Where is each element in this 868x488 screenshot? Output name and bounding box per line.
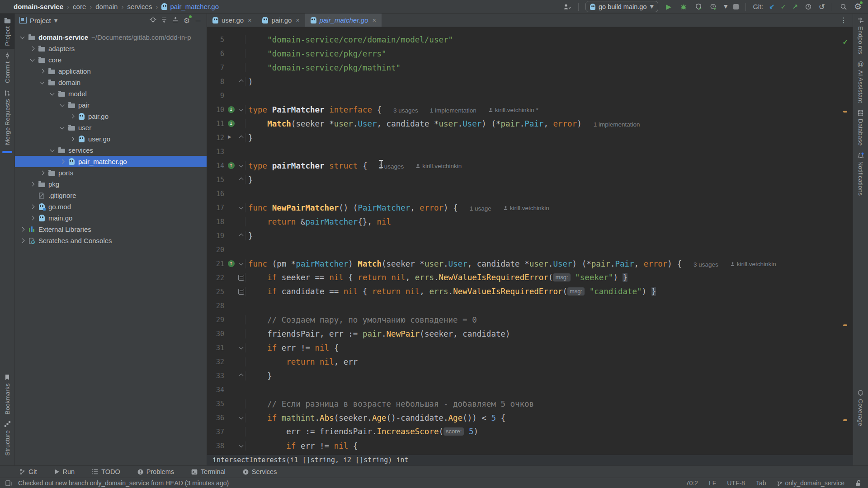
fold-folded-icon[interactable] (237, 275, 245, 281)
line-number[interactable]: 31 (207, 344, 225, 352)
usages-inlay-hint[interactable]: 2 usages (379, 163, 404, 170)
usages-inlay-hint[interactable]: 1 implementation (594, 121, 640, 128)
code-line-38[interactable]: 38 if err != nil { (207, 439, 853, 453)
stripe-warning-mark[interactable] (843, 419, 847, 421)
code-text[interactable]: if err != nil { (245, 441, 853, 450)
fold-end-icon[interactable] (237, 234, 245, 237)
fold-end-icon[interactable] (237, 178, 245, 181)
stripe-warning-mark[interactable] (843, 111, 847, 113)
line-number[interactable]: 5 (207, 36, 225, 44)
line-number[interactable]: 36 (207, 414, 225, 422)
code-line-8[interactable]: 8) (207, 75, 853, 89)
line-number[interactable]: 7 (207, 64, 225, 72)
tree-item-services[interactable]: services (15, 145, 207, 156)
profiler-button[interactable] (709, 2, 718, 11)
collapse-all-icon[interactable] (171, 17, 179, 24)
git-branch-widget[interactable]: only_domain_service (777, 479, 844, 487)
chevron-down-icon[interactable] (28, 59, 36, 61)
stripe-item-merge-requests[interactable]: Merge Requests (0, 86, 14, 148)
search-everywhere-button[interactable] (839, 2, 848, 11)
code-line-37[interactable]: 37 err := friendsPair.IncreaseScore(scor… (207, 425, 853, 439)
git-update-button[interactable]: ↙ (769, 3, 775, 11)
line-number[interactable]: 29 (207, 316, 225, 324)
chevron-right-icon[interactable] (28, 47, 36, 50)
status-message[interactable]: Checked out new branch only_domain_servi… (18, 479, 229, 487)
fold-start-icon[interactable] (237, 165, 245, 167)
tree-item-scratches-and-consoles[interactable]: Scratches and Consoles (15, 235, 207, 246)
stripe-item-commit[interactable]: Commit (0, 49, 14, 86)
code-line-17[interactable]: 17func NewPairMatcher() (PairMatcher, er… (207, 201, 853, 215)
fold-start-icon[interactable] (237, 109, 245, 111)
toolwindow-problems[interactable]: Problems (137, 468, 174, 475)
chevron-right-icon[interactable] (19, 228, 26, 231)
line-number[interactable]: 17 (207, 204, 225, 212)
code-line-13[interactable]: 13 (207, 145, 853, 159)
tree-item-external-libraries[interactable]: External Libraries (15, 224, 207, 235)
code-line-16[interactable]: 16 (207, 187, 853, 201)
line-number[interactable]: 8 (207, 78, 225, 86)
close-icon[interactable]: × (372, 17, 376, 24)
tree-item-domain-service[interactable]: domain-service~/Documents/gitlab.com/ddd… (15, 32, 207, 43)
fold-start-icon[interactable] (237, 347, 245, 349)
code-line-5[interactable]: 5 "domain-service/core/domain/model/user… (207, 33, 853, 47)
code-text[interactable]: return nil, err (245, 357, 853, 366)
code-line-21[interactable]: 21↑func (pm *pairMatcher) Match(seeker *… (207, 257, 853, 271)
line-number[interactable]: 22 (207, 274, 225, 282)
line-number[interactable]: 20 (207, 246, 225, 254)
tree-item-pair-go[interactable]: pair.go (15, 111, 207, 122)
stripe-item-ai-assistant[interactable]: @ AI Assistant (853, 57, 868, 106)
code-text[interactable]: "domain-service/pkg/errs" (245, 49, 853, 58)
author-inlay-hint[interactable]: kirill.vetchinkin * (488, 107, 538, 113)
breadcrumb-domain[interactable]: domain (95, 3, 118, 10)
close-icon[interactable]: × (296, 17, 299, 24)
chevron-down-icon[interactable] (38, 82, 46, 84)
toolwindow-run[interactable]: Run (54, 468, 75, 475)
code-text[interactable]: friendsPair, err := pair.NewPair(seeker,… (245, 329, 853, 338)
line-number[interactable]: 32 (207, 358, 225, 366)
locate-file-icon[interactable] (149, 16, 157, 24)
file-encoding[interactable]: UTF-8 (727, 479, 745, 487)
line-number[interactable]: 25 (207, 288, 225, 296)
breadcrumb-project[interactable]: domain-service (14, 3, 63, 10)
code-text[interactable]: "domain-service/core/domain/model/user" (245, 35, 853, 44)
tree-item-user-go[interactable]: user.go (15, 133, 207, 145)
code-text[interactable]: ) (245, 77, 853, 86)
code-line-29[interactable]: 29 // Создаем пару, по умолчанию совпаде… (207, 313, 853, 327)
project-panel-title[interactable]: Project (30, 17, 51, 24)
line-number[interactable]: 30 (207, 330, 225, 338)
code-editor[interactable]: 5 "domain-service/core/domain/model/user… (207, 27, 853, 455)
implement-marker-icon[interactable]: ↑ (225, 162, 237, 169)
chevron-down-icon[interactable] (58, 104, 66, 106)
code-line-28[interactable]: 28 (207, 299, 853, 313)
chevron-right-icon[interactable] (28, 216, 36, 220)
chevron-down-icon[interactable] (19, 37, 26, 38)
line-number[interactable]: 28 (207, 302, 225, 310)
chevron-right-icon[interactable] (68, 115, 76, 118)
users-icon[interactable] (562, 2, 571, 11)
usages-inlay-hint[interactable]: 3 usages (693, 261, 718, 268)
code-line-31[interactable]: 31 if err != nil { (207, 341, 853, 355)
author-inlay-hint[interactable]: kirill.vetchinkin (730, 261, 776, 267)
author-inlay-hint[interactable]: kirill.vetchinkin (415, 163, 462, 169)
tab-pair-go[interactable]: pair.go× (257, 14, 305, 27)
chevron-down-icon[interactable]: ▼ (54, 18, 58, 23)
hide-panel-icon[interactable]: ─ (194, 17, 202, 24)
panel-settings-icon[interactable]: ⚙ (183, 16, 191, 25)
tab-pair-matcher-go[interactable]: pair_matcher.go× (305, 14, 382, 27)
debug-button[interactable] (679, 2, 688, 11)
code-line-6[interactable]: 6 "domain-service/pkg/errs" (207, 47, 853, 61)
code-line-7[interactable]: 7 "domain-service/pkg/mathint" (207, 61, 853, 75)
fold-start-icon[interactable] (237, 207, 245, 209)
code-line-25[interactable]: 25 if candidate == nil { return nil, err… (207, 285, 853, 299)
line-number[interactable]: 38 (207, 442, 225, 450)
code-line-35[interactable]: 35 // Если разница в возрасте небольшая … (207, 397, 853, 411)
code-line-14[interactable]: 14↑type pairMatcher struct {2 usageskiri… (207, 159, 853, 173)
run-configuration-select[interactable]: go build main.go ▼ (585, 1, 658, 12)
tree-item-main-go[interactable]: main.go (15, 212, 207, 224)
inspections-ok-icon[interactable]: ✓ (842, 38, 848, 46)
line-number[interactable]: 21 (207, 260, 225, 268)
stripe-item-database[interactable]: Database (853, 106, 868, 149)
implementation-arrow-icon[interactable]: ▶ (228, 134, 231, 139)
tree-item-pair-matcher-go[interactable]: pair_matcher.go (15, 156, 207, 167)
toolwindow-git[interactable]: Git (19, 468, 37, 475)
